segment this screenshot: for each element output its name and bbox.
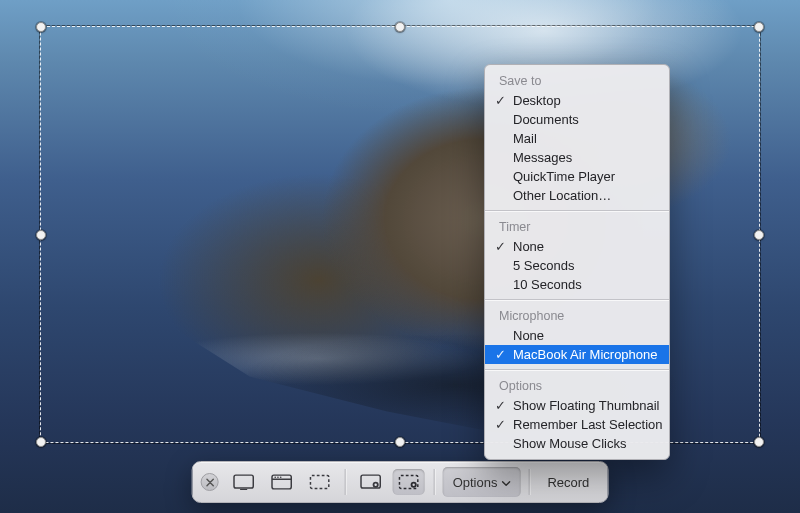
menu-section-title-timer: Timer	[485, 216, 669, 237]
check-icon: ✓	[495, 347, 507, 362]
resize-handle-bottom-middle[interactable]	[395, 437, 405, 447]
menu-item-save-quicktime[interactable]: QuickTime Player	[485, 167, 669, 186]
menu-item-label: Show Mouse Clicks	[513, 436, 626, 451]
record-entire-screen-button[interactable]	[355, 469, 387, 495]
menu-item-option-show-floating-thumbnail[interactable]: ✓ Show Floating Thumbnail	[485, 396, 669, 415]
check-icon: ✓	[495, 398, 507, 413]
record-label: Record	[547, 475, 589, 490]
menu-section-title-options: Options	[485, 375, 669, 396]
menu-item-label: Mail	[513, 131, 537, 146]
record-selected-portion-button[interactable]	[393, 469, 425, 495]
menu-item-option-show-mouse-clicks[interactable]: Show Mouse Clicks	[485, 434, 669, 453]
capture-selected-portion-button[interactable]	[304, 469, 336, 495]
options-popover: Save to ✓ Desktop Documents Mail Message…	[484, 64, 670, 460]
svg-point-6	[280, 476, 282, 478]
menu-item-label: MacBook Air Microphone	[513, 347, 658, 362]
menu-divider	[485, 299, 669, 300]
menu-item-save-documents[interactable]: Documents	[485, 110, 669, 129]
menu-item-label: Show Floating Thumbnail	[513, 398, 659, 413]
svg-point-5	[277, 476, 279, 478]
resize-handle-bottom-right[interactable]	[754, 437, 764, 447]
close-button[interactable]	[201, 473, 219, 491]
menu-item-label: 5 Seconds	[513, 258, 574, 273]
screen-icon	[233, 473, 255, 491]
svg-point-10	[374, 484, 376, 486]
record-button[interactable]: Record	[537, 467, 599, 497]
menu-item-label: QuickTime Player	[513, 169, 615, 184]
svg-rect-0	[234, 475, 253, 488]
check-icon: ✓	[495, 239, 507, 254]
svg-point-4	[274, 476, 276, 478]
close-icon	[205, 478, 214, 487]
resize-handle-top-middle[interactable]	[395, 22, 405, 32]
record-selection-icon	[398, 473, 420, 491]
menu-section-title-save-to: Save to	[485, 70, 669, 91]
menu-item-label: Other Location…	[513, 188, 611, 203]
menu-item-mic-macbook-air[interactable]: ✓ MacBook Air Microphone	[485, 345, 669, 364]
menu-item-mic-none[interactable]: None	[485, 326, 669, 345]
menu-item-option-remember-last-selection[interactable]: ✓ Remember Last Selection	[485, 415, 669, 434]
record-screen-icon	[360, 473, 382, 491]
menu-item-label: None	[513, 328, 544, 343]
capture-selected-window-button[interactable]	[266, 469, 298, 495]
menu-item-label: Documents	[513, 112, 579, 127]
menu-section-title-microphone: Microphone	[485, 305, 669, 326]
menu-item-timer-none[interactable]: ✓ None	[485, 237, 669, 256]
screenshot-toolbar: Options Record	[192, 461, 609, 503]
toolbar-separator	[528, 469, 529, 495]
options-dropdown-button[interactable]: Options	[443, 467, 521, 497]
svg-rect-1	[240, 489, 247, 490]
capture-entire-screen-button[interactable]	[228, 469, 260, 495]
menu-item-save-other-location[interactable]: Other Location…	[485, 186, 669, 205]
menu-item-save-desktop[interactable]: ✓ Desktop	[485, 91, 669, 110]
menu-item-label: Desktop	[513, 93, 561, 108]
resize-handle-middle-left[interactable]	[36, 230, 46, 240]
menu-divider	[485, 369, 669, 370]
resize-handle-bottom-left[interactable]	[36, 437, 46, 447]
menu-divider	[485, 210, 669, 211]
menu-item-timer-10s[interactable]: 10 Seconds	[485, 275, 669, 294]
resize-handle-top-right[interactable]	[754, 22, 764, 32]
selection-icon	[309, 473, 331, 491]
svg-point-13	[412, 484, 414, 486]
svg-rect-7	[310, 476, 328, 489]
options-label: Options	[453, 475, 498, 490]
resize-handle-top-left[interactable]	[36, 22, 46, 32]
toolbar-separator	[434, 469, 435, 495]
menu-item-timer-5s[interactable]: 5 Seconds	[485, 256, 669, 275]
check-icon: ✓	[495, 417, 507, 432]
menu-item-label: None	[513, 239, 544, 254]
menu-item-save-messages[interactable]: Messages	[485, 148, 669, 167]
toolbar-separator	[345, 469, 346, 495]
menu-item-label: Messages	[513, 150, 572, 165]
chevron-down-icon	[501, 479, 510, 488]
menu-item-label: Remember Last Selection	[513, 417, 663, 432]
menu-item-save-mail[interactable]: Mail	[485, 129, 669, 148]
check-icon: ✓	[495, 93, 507, 108]
window-icon	[271, 473, 293, 491]
menu-item-label: 10 Seconds	[513, 277, 582, 292]
resize-handle-middle-right[interactable]	[754, 230, 764, 240]
